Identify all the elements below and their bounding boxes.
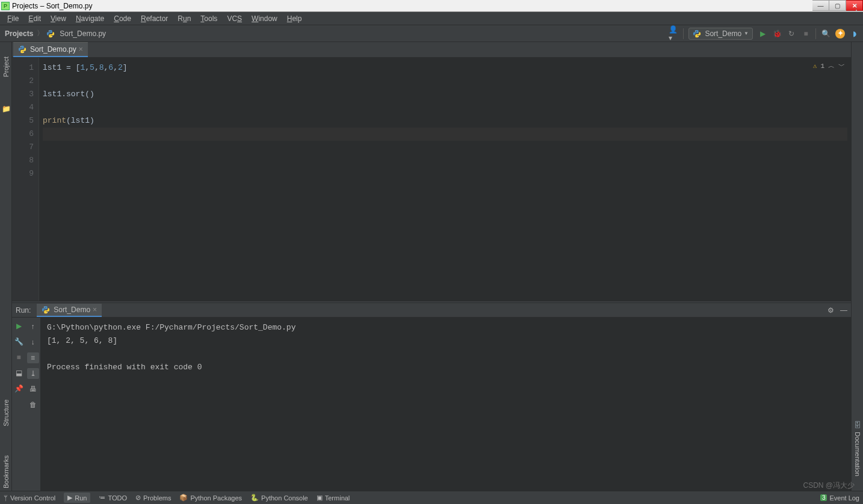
editor-tab-label: Sort_Demo.py bbox=[30, 45, 76, 54]
breadcrumb: Projects 〉 Sort_Demo.py bbox=[4, 28, 669, 38]
console-line: Process finished with exit code 0 bbox=[47, 361, 845, 374]
menu-refactor[interactable]: Refactor bbox=[136, 13, 173, 24]
layout-icon[interactable]: ⬓ bbox=[14, 368, 23, 378]
menu-view[interactable]: View bbox=[46, 13, 71, 24]
app-icon: P bbox=[1, 2, 10, 10]
menu-window[interactable]: Window bbox=[247, 13, 282, 24]
down-stack-icon[interactable]: ↓ bbox=[27, 337, 39, 348]
python-file-icon bbox=[18, 45, 26, 54]
warning-count: 1 bbox=[820, 63, 824, 70]
svg-point-6 bbox=[44, 307, 45, 307]
status-terminal[interactable]: ▣ Terminal bbox=[317, 494, 350, 502]
editor-area: Sort_Demo.py × ⋮ 123456789 lst1 = [1,5,8… bbox=[12, 42, 851, 301]
menu-code[interactable]: Code bbox=[109, 13, 136, 24]
chevron-down-icon: ▼ bbox=[744, 31, 749, 36]
menu-run[interactable]: Run bbox=[173, 13, 196, 24]
editor-tabs-menu-icon[interactable]: ⋮ bbox=[852, 2, 861, 12]
run-tab[interactable]: Sort_Demo × bbox=[37, 304, 102, 317]
stop-button[interactable]: ■ bbox=[801, 29, 811, 38]
python-file-icon bbox=[46, 29, 55, 38]
chevron-down-icon[interactable]: ﹀ bbox=[838, 61, 845, 70]
breadcrumb-sep: 〉 bbox=[37, 28, 44, 38]
run-hide-icon[interactable]: — bbox=[840, 306, 847, 315]
ide-features-icon[interactable]: ✦ bbox=[835, 29, 845, 38]
run-settings-icon[interactable]: ⚙ bbox=[827, 306, 834, 315]
title-bar: P Projects – Sort_Demo.py — ▢ ✕ bbox=[0, 0, 863, 12]
debug-button[interactable]: 🐞 bbox=[772, 29, 782, 38]
nav-bar: Projects 〉 Sort_Demo.py 👤▾ Sort_Demo ▼ ▶… bbox=[0, 25, 863, 42]
up-stack-icon[interactable]: ↑ bbox=[27, 321, 39, 332]
console-line: G:\Python\python.exe F:/Pycharm/Projects… bbox=[47, 321, 845, 334]
coverage-button[interactable]: ↻ bbox=[787, 29, 796, 38]
gutter: 123456789 bbox=[12, 58, 39, 301]
run-header: Run: Sort_Demo × ⚙ — bbox=[12, 303, 851, 318]
status-problems[interactable]: ⊘ Problems bbox=[135, 494, 171, 502]
run-tool-window: Run: Sort_Demo × ⚙ — ▶ 🔧 ■ ⬓ 📌 bbox=[12, 303, 851, 491]
run-tab-label: Sort_Demo bbox=[54, 306, 90, 314]
left-tool-gutter: Project 📁 Structure Bookmarks bbox=[0, 42, 12, 491]
chevron-up-icon[interactable]: ︿ bbox=[828, 61, 835, 70]
run-tab-close-icon[interactable]: × bbox=[93, 306, 97, 314]
menu-tools[interactable]: Tools bbox=[196, 13, 222, 24]
rerun-icon[interactable]: ▶ bbox=[14, 321, 23, 331]
documentation-tool-tab[interactable]: Documentation bbox=[853, 429, 862, 479]
breadcrumb-root[interactable]: Projects bbox=[4, 29, 34, 38]
console-line bbox=[47, 348, 845, 361]
status-vcs[interactable]: ᛘ Version Control bbox=[4, 494, 55, 502]
svg-point-0 bbox=[49, 31, 49, 31]
run-config-selector[interactable]: Sort_Demo ▼ bbox=[688, 28, 753, 40]
bookmarks-tool-tab[interactable]: Bookmarks bbox=[2, 453, 10, 491]
watermark: CSDN @冯大少 bbox=[803, 481, 855, 491]
edit-config-icon[interactable]: 🔧 bbox=[14, 337, 23, 346]
inspections-widget[interactable]: ⚠ 1 ︿ ﹀ bbox=[813, 61, 845, 70]
minimize-button[interactable]: — bbox=[812, 0, 829, 11]
console-line: [1, 2, 5, 6, 8] bbox=[47, 334, 845, 348]
menu-edit[interactable]: Edit bbox=[23, 13, 46, 24]
python-icon bbox=[42, 306, 50, 314]
structure-tool-tab[interactable]: Structure bbox=[2, 397, 10, 429]
menu-file[interactable]: File bbox=[2, 13, 23, 24]
editor-tab-row: Sort_Demo.py × ⋮ bbox=[12, 42, 851, 58]
folder-icon[interactable]: 📁 bbox=[2, 105, 10, 113]
print-icon[interactable]: 🖶 bbox=[27, 384, 39, 395]
user-icon[interactable]: 👤▾ bbox=[669, 29, 678, 38]
project-tool-tab[interactable]: Project bbox=[2, 54, 10, 79]
warning-icon: ⚠ bbox=[813, 62, 817, 70]
tab-close-icon[interactable]: × bbox=[79, 45, 83, 54]
menu-help[interactable]: Help bbox=[282, 13, 307, 24]
status-packages[interactable]: 📦 Python Packages bbox=[179, 494, 242, 502]
run-label: Run: bbox=[16, 306, 31, 315]
scroll-end-icon[interactable]: ⤓ bbox=[27, 368, 39, 379]
code-area[interactable]: lst1 = [1,5,8,6,2] lst1.sort() print(lst… bbox=[39, 58, 851, 301]
editor-body[interactable]: 123456789 lst1 = [1,5,8,6,2] lst1.sort()… bbox=[12, 58, 851, 301]
menu-vcs[interactable]: VCS bbox=[222, 13, 247, 24]
search-icon[interactable]: 🔍 bbox=[821, 29, 831, 38]
event-log[interactable]: Event Log bbox=[829, 494, 859, 502]
maximize-button[interactable]: ▢ bbox=[829, 0, 846, 11]
breadcrumb-file[interactable]: Sort_Demo.py bbox=[58, 29, 107, 38]
code-with-me-icon[interactable]: ◗ bbox=[850, 29, 859, 38]
stop-run-icon[interactable]: ■ bbox=[14, 352, 23, 362]
pin-icon[interactable]: 📌 bbox=[14, 384, 23, 393]
window-title: Projects – Sort_Demo.py bbox=[12, 2, 812, 10]
run-button[interactable]: ▶ bbox=[758, 29, 767, 38]
status-console[interactable]: 🐍 Python Console bbox=[250, 494, 308, 502]
right-tool-gutter: 🗄 Documentation bbox=[851, 42, 863, 491]
svg-point-3 bbox=[698, 35, 699, 36]
status-bar: ᛘ Version Control ▶ Run ≔ TODO ⊘ Problem… bbox=[0, 491, 863, 504]
status-run[interactable]: ▶ Run bbox=[64, 493, 90, 503]
database-icon[interactable]: 🗄 bbox=[854, 421, 861, 429]
svg-point-4 bbox=[20, 46, 21, 47]
svg-point-2 bbox=[695, 31, 696, 31]
svg-point-7 bbox=[47, 312, 48, 312]
soft-wrap-icon[interactable]: ≡ bbox=[27, 352, 39, 363]
run-sidebar-primary: ▶ 🔧 ■ ⬓ 📌 bbox=[12, 318, 25, 491]
editor-tab[interactable]: Sort_Demo.py × bbox=[13, 42, 88, 57]
clear-icon[interactable]: 🗑 bbox=[27, 399, 39, 410]
console-output[interactable]: G:\Python\python.exe F:/Pycharm/Projects… bbox=[41, 318, 851, 491]
menu-navigate[interactable]: Navigate bbox=[71, 13, 109, 24]
menu-bar: File Edit View Navigate Code Refactor Ru… bbox=[0, 12, 863, 25]
run-sidebar-secondary: ↑ ↓ ≡ ⤓ 🖶 🗑 bbox=[25, 318, 41, 491]
event-count-badge: 3 bbox=[820, 494, 827, 501]
status-todo[interactable]: ≔ TODO bbox=[99, 494, 127, 502]
